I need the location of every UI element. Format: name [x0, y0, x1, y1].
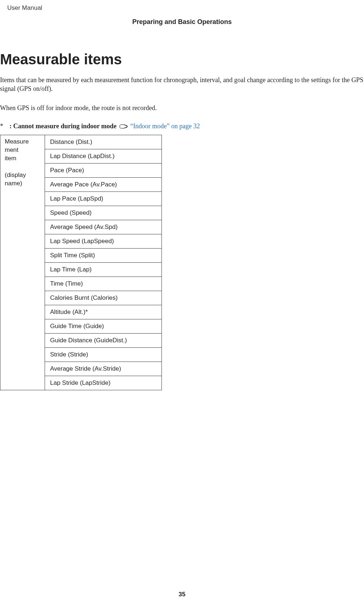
intro-paragraph: Items that can be measured by each measu…: [0, 76, 364, 93]
footnote-marker: *: [0, 122, 9, 130]
doc-type-header: User Manual: [0, 0, 364, 12]
left-label-l1: Measure: [5, 138, 29, 145]
measurement-table: Measure ment item (display name) Distanc…: [0, 135, 162, 390]
left-label-l5: name): [5, 180, 22, 187]
table-cell: Lap Time (Lap): [45, 262, 162, 277]
table-cell: Stride (Stride): [45, 347, 162, 362]
table-cell: Lap Distance (LapDist.): [45, 149, 162, 163]
point-right-icon: [119, 124, 128, 131]
left-label-l2: ment: [5, 146, 19, 153]
table-cell: Altitude (Alt.)*: [45, 305, 162, 319]
table-cell: Guide Time (Guide): [45, 319, 162, 333]
table-cell: Average Speed (Av.Spd): [45, 220, 162, 234]
table-cell: Lap Stride (LapStride): [45, 376, 162, 390]
table-cell: Guide Distance (GuideDist.): [45, 333, 162, 347]
table-left-header: Measure ment item (display name): [0, 135, 45, 390]
table-cell: Average Stride (Av.Stride): [45, 362, 162, 376]
table-cell: Pace (Pace): [45, 163, 162, 177]
table-row: Measure ment item (display name) Distanc…: [0, 135, 162, 149]
table-cell: Average Pace (Av.Pace): [45, 177, 162, 191]
page: User Manual Preparing and Basic Operatio…: [0, 0, 364, 609]
table-cell: Calories Burnt (Calories): [45, 291, 162, 305]
page-number: 35: [0, 591, 364, 598]
table-cell: Speed (Speed): [45, 206, 162, 220]
table-cell: Time (Time): [45, 277, 162, 291]
indoor-mode-link[interactable]: “Indoor mode” on page 32: [130, 122, 200, 130]
left-label-l3: item: [5, 155, 16, 162]
table-cell: Distance (Dist.): [45, 135, 162, 149]
indoor-note-paragraph: When GPS is off for indoor mode, the rou…: [0, 104, 364, 112]
section-header: Preparing and Basic Operations: [0, 18, 364, 26]
footnote-text: : Cannot measure during indoor mode: [9, 122, 116, 130]
table-cell: Split Time (Split): [45, 248, 162, 262]
table-cell: Lap Speed (LapSpeed): [45, 234, 162, 248]
footnote-line: *: Cannot measure during indoor mode “In…: [0, 122, 364, 131]
left-label-l4: (display: [5, 172, 26, 178]
table-cell: Lap Pace (LapSpd): [45, 191, 162, 206]
page-title: Measurable items: [0, 51, 364, 68]
